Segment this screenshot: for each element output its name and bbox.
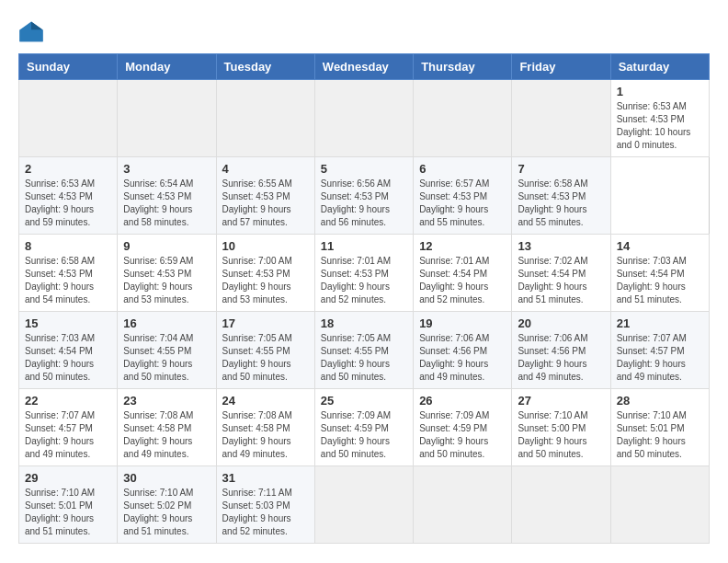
calendar-cell: 4Sunrise: 6:55 AMSunset: 4:53 PMDaylight…	[216, 157, 314, 235]
day-info: Sunrise: 7:00 AMSunset: 4:53 PMDaylight:…	[222, 255, 309, 306]
calendar-cell: 21Sunrise: 7:07 AMSunset: 4:57 PMDayligh…	[610, 312, 709, 389]
calendar-table: SundayMondayTuesdayWednesdayThursdayFrid…	[18, 53, 710, 544]
day-info: Sunrise: 7:06 AMSunset: 4:56 PMDaylight:…	[419, 332, 506, 384]
day-number: 7	[518, 162, 604, 176]
calendar-cell: 27Sunrise: 7:10 AMSunset: 5:00 PMDayligh…	[512, 389, 610, 466]
day-info: Sunrise: 7:10 AMSunset: 5:00 PMDaylight:…	[518, 409, 604, 461]
day-number: 25	[321, 394, 407, 408]
day-info: Sunrise: 7:02 AMSunset: 4:54 PMDaylight:…	[518, 255, 604, 306]
day-info: Sunrise: 6:58 AMSunset: 4:53 PMDaylight:…	[25, 255, 111, 306]
day-number: 18	[321, 316, 407, 330]
day-info: Sunrise: 7:10 AMSunset: 5:01 PMDaylight:…	[25, 487, 111, 538]
calendar-header-row: SundayMondayTuesdayWednesdayThursdayFrid…	[19, 54, 710, 80]
calendar-cell: 5Sunrise: 6:56 AMSunset: 4:53 PMDaylight…	[314, 157, 413, 235]
day-info: Sunrise: 7:08 AMSunset: 4:58 PMDaylight:…	[123, 409, 210, 461]
day-of-week-friday: Friday	[512, 54, 610, 80]
empty-cell	[314, 80, 413, 157]
day-info: Sunrise: 7:04 AMSunset: 4:55 PMDaylight:…	[123, 332, 210, 384]
empty-cell	[512, 80, 610, 157]
logo	[18, 18, 48, 44]
day-number: 2	[25, 162, 111, 176]
day-number: 24	[222, 394, 309, 408]
page-header	[18, 18, 710, 44]
day-number: 5	[321, 162, 407, 176]
day-info: Sunrise: 7:03 AMSunset: 4:54 PMDaylight:…	[617, 255, 703, 306]
day-info: Sunrise: 7:03 AMSunset: 4:54 PMDaylight:…	[25, 332, 111, 384]
calendar-cell: 19Sunrise: 7:06 AMSunset: 4:56 PMDayligh…	[414, 312, 512, 389]
day-number: 12	[419, 239, 506, 253]
calendar-cell: 14Sunrise: 7:03 AMSunset: 4:54 PMDayligh…	[610, 235, 709, 312]
calendar-cell: 6Sunrise: 6:57 AMSunset: 4:53 PMDaylight…	[414, 157, 512, 235]
day-number: 15	[25, 316, 111, 330]
calendar-week-row: 29Sunrise: 7:10 AMSunset: 5:01 PMDayligh…	[19, 466, 710, 544]
calendar-cell: 3Sunrise: 6:54 AMSunset: 4:53 PMDaylight…	[118, 157, 216, 235]
calendar-cell: 31Sunrise: 7:11 AMSunset: 5:03 PMDayligh…	[216, 466, 314, 544]
day-number: 4	[222, 162, 309, 176]
day-info: Sunrise: 7:01 AMSunset: 4:53 PMDaylight:…	[321, 255, 407, 306]
empty-cell	[118, 80, 216, 157]
svg-rect-2	[19, 30, 42, 42]
day-number: 9	[123, 239, 210, 253]
day-info: Sunrise: 6:55 AMSunset: 4:53 PMDaylight:…	[222, 178, 309, 229]
day-info: Sunrise: 7:01 AMSunset: 4:54 PMDaylight:…	[419, 255, 506, 306]
day-of-week-tuesday: Tuesday	[216, 54, 314, 80]
day-info: Sunrise: 6:59 AMSunset: 4:53 PMDaylight:…	[123, 255, 210, 306]
calendar-week-row: 2Sunrise: 6:53 AMSunset: 4:53 PMDaylight…	[19, 157, 710, 235]
day-info: Sunrise: 7:05 AMSunset: 4:55 PMDaylight:…	[222, 332, 309, 384]
calendar-cell: 20Sunrise: 7:06 AMSunset: 4:56 PMDayligh…	[512, 312, 610, 389]
calendar-cell: 1Sunrise: 6:53 AMSunset: 4:53 PMDaylight…	[610, 80, 709, 157]
day-number: 19	[419, 316, 506, 330]
calendar-cell: 18Sunrise: 7:05 AMSunset: 4:55 PMDayligh…	[314, 312, 413, 389]
day-info: Sunrise: 7:09 AMSunset: 4:59 PMDaylight:…	[321, 409, 407, 461]
day-number: 20	[518, 316, 604, 330]
calendar-cell: 9Sunrise: 6:59 AMSunset: 4:53 PMDaylight…	[118, 235, 216, 312]
day-info: Sunrise: 6:53 AMSunset: 4:53 PMDaylight:…	[617, 100, 703, 152]
day-number: 1	[617, 85, 703, 98]
day-info: Sunrise: 7:08 AMSunset: 4:58 PMDaylight:…	[222, 409, 309, 461]
empty-cell	[414, 80, 512, 157]
day-of-week-wednesday: Wednesday	[314, 54, 413, 80]
calendar-cell: 2Sunrise: 6:53 AMSunset: 4:53 PMDaylight…	[19, 157, 118, 235]
day-info: Sunrise: 7:07 AMSunset: 4:57 PMDaylight:…	[617, 332, 703, 384]
calendar-week-row: 22Sunrise: 7:07 AMSunset: 4:57 PMDayligh…	[19, 389, 710, 466]
day-number: 14	[617, 239, 703, 253]
calendar-cell: 11Sunrise: 7:01 AMSunset: 4:53 PMDayligh…	[314, 235, 413, 312]
day-number: 23	[123, 394, 210, 408]
day-info: Sunrise: 7:10 AMSunset: 5:02 PMDaylight:…	[123, 487, 210, 538]
calendar-cell: 17Sunrise: 7:05 AMSunset: 4:55 PMDayligh…	[216, 312, 314, 389]
day-number: 17	[222, 316, 309, 330]
empty-cell	[610, 466, 709, 544]
day-info: Sunrise: 6:56 AMSunset: 4:53 PMDaylight:…	[321, 178, 407, 229]
day-number: 3	[123, 162, 210, 176]
empty-cell	[314, 466, 413, 544]
calendar-cell: 8Sunrise: 6:58 AMSunset: 4:53 PMDaylight…	[19, 235, 118, 312]
day-number: 16	[123, 316, 210, 330]
calendar-week-row: 8Sunrise: 6:58 AMSunset: 4:53 PMDaylight…	[19, 235, 710, 312]
day-of-week-monday: Monday	[118, 54, 216, 80]
logo-icon	[18, 18, 44, 44]
calendar-cell: 28Sunrise: 7:10 AMSunset: 5:01 PMDayligh…	[610, 389, 709, 466]
empty-cell	[512, 466, 610, 544]
empty-cell	[19, 80, 118, 157]
empty-cell	[414, 466, 512, 544]
day-info: Sunrise: 7:11 AMSunset: 5:03 PMDaylight:…	[222, 487, 309, 538]
day-info: Sunrise: 7:07 AMSunset: 4:57 PMDaylight:…	[25, 409, 111, 461]
calendar-cell: 10Sunrise: 7:00 AMSunset: 4:53 PMDayligh…	[216, 235, 314, 312]
calendar-cell: 7Sunrise: 6:58 AMSunset: 4:53 PMDaylight…	[512, 157, 610, 235]
calendar-week-row: 15Sunrise: 7:03 AMSunset: 4:54 PMDayligh…	[19, 312, 710, 389]
empty-cell	[216, 80, 314, 157]
day-number: 27	[518, 394, 604, 408]
calendar-cell: 29Sunrise: 7:10 AMSunset: 5:01 PMDayligh…	[19, 466, 118, 544]
day-number: 26	[419, 394, 506, 408]
calendar-cell: 12Sunrise: 7:01 AMSunset: 4:54 PMDayligh…	[414, 235, 512, 312]
day-info: Sunrise: 6:54 AMSunset: 4:53 PMDaylight:…	[123, 178, 210, 229]
day-number: 8	[25, 239, 111, 253]
calendar-cell: 15Sunrise: 7:03 AMSunset: 4:54 PMDayligh…	[19, 312, 118, 389]
calendar-cell: 23Sunrise: 7:08 AMSunset: 4:58 PMDayligh…	[118, 389, 216, 466]
day-number: 6	[419, 162, 506, 176]
day-info: Sunrise: 7:09 AMSunset: 4:59 PMDaylight:…	[419, 409, 506, 461]
day-info: Sunrise: 7:06 AMSunset: 4:56 PMDaylight:…	[518, 332, 604, 384]
day-number: 21	[617, 316, 703, 330]
day-of-week-saturday: Saturday	[610, 54, 709, 80]
day-number: 22	[25, 394, 111, 408]
